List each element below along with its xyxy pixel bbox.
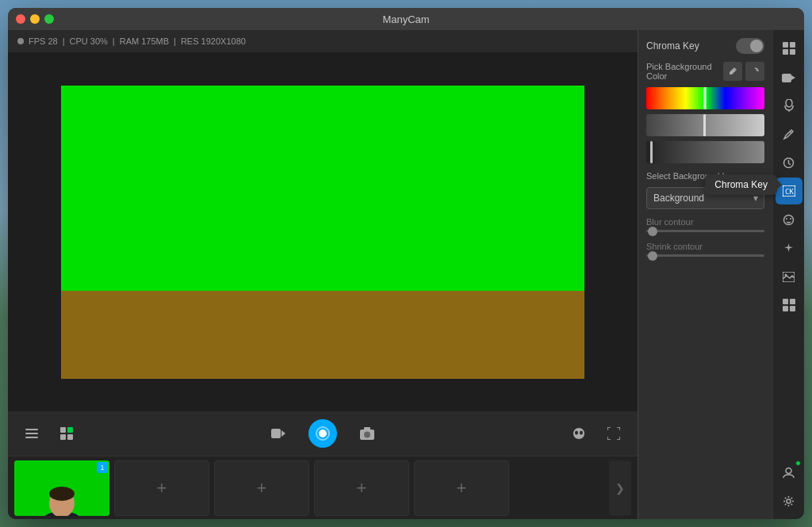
svg-point-36 [580, 431, 583, 435]
chroma-key-label: Chroma Key [646, 40, 699, 52]
chroma-key-section: Chroma Key [646, 38, 764, 54]
video-record-button[interactable] [264, 419, 293, 448]
main-content: FPS 28 | CPU 30% | RAM 175MB | RES 1920X… [8, 30, 804, 519]
toolbar-left [17, 419, 81, 448]
icon-bar-history[interactable] [776, 149, 802, 176]
svg-rect-25 [67, 427, 73, 433]
ram-label: RAM 175MB [120, 36, 169, 46]
color-bar-saturation[interactable] [646, 114, 764, 136]
svg-rect-43 [790, 42, 795, 48]
svg-rect-23 [25, 437, 38, 438]
main-window: ManyCam FPS 28 | CPU 30% | RAM 175MB | R… [8, 8, 804, 519]
video-frame [61, 86, 584, 379]
pick-bg-color-row: Pick Background Color [646, 62, 764, 81]
svg-rect-26 [60, 434, 66, 440]
title-bar: ManyCam [8, 8, 804, 30]
svg-rect-60 [790, 299, 795, 304]
icon-bar-camera[interactable] [776, 63, 802, 90]
svg-point-48 [786, 99, 792, 107]
chroma-key-tooltip: Chroma Key [705, 174, 777, 195]
color-bar-brightness[interactable] [646, 141, 764, 163]
svg-point-64 [787, 499, 791, 503]
svg-line-50 [790, 132, 791, 133]
chroma-settings: Chroma Key Pick Background Color [638, 30, 772, 519]
svg-point-63 [786, 468, 791, 473]
menu-button[interactable] [17, 419, 46, 448]
mask-button[interactable] [565, 419, 593, 448]
desk-surface [61, 291, 584, 379]
svg-rect-42 [783, 42, 788, 48]
svg-rect-27 [67, 434, 73, 440]
video-area: FPS 28 | CPU 30% | RAM 175MB | RES 1920X… [8, 30, 638, 519]
svg-point-55 [786, 218, 787, 220]
eyedropper-button[interactable] [723, 62, 742, 81]
blur-contour-section: Blur contour [646, 217, 764, 232]
separator-3: | [174, 36, 176, 46]
toolbar-right [565, 419, 628, 448]
separator-2: | [113, 36, 115, 46]
icon-bar-draw[interactable] [776, 120, 802, 147]
layers-button[interactable] [52, 419, 81, 448]
svg-rect-34 [364, 427, 370, 430]
fullscreen-button[interactable] [599, 419, 628, 448]
film-add-2[interactable]: + [214, 460, 309, 516]
svg-rect-44 [783, 49, 788, 55]
icon-bar-user[interactable] [776, 459, 802, 486]
green-screen-bg [61, 86, 584, 306]
shrink-contour-section: Shrink contour [646, 242, 764, 257]
svg-rect-21 [25, 429, 38, 430]
icon-bar-audio[interactable] [776, 92, 802, 119]
film-add-3[interactable]: + [314, 460, 409, 516]
minimize-button[interactable] [30, 14, 40, 24]
toolbar [8, 411, 638, 456]
svg-marker-47 [791, 75, 795, 80]
snapshot-button[interactable] [353, 419, 381, 448]
blur-contour-label: Blur contour [646, 217, 764, 227]
blur-contour-thumb[interactable] [648, 227, 657, 236]
svg-rect-59 [783, 299, 788, 304]
status-indicator [17, 38, 24, 44]
icon-bar-effects[interactable] [776, 235, 802, 262]
res-label: RES 1920X1080 [181, 36, 246, 46]
svg-rect-22 [25, 433, 38, 434]
close-button[interactable] [16, 14, 25, 24]
filmstrip-next-button[interactable]: ❯ [609, 460, 631, 516]
svg-point-33 [364, 432, 370, 438]
svg-rect-28 [271, 429, 281, 438]
chroma-key-toggle[interactable] [736, 38, 764, 54]
icon-bar-settings[interactable] [776, 487, 802, 514]
film-badge-1: 1 [97, 462, 108, 473]
reset-color-button[interactable] [745, 62, 764, 81]
svg-rect-45 [790, 49, 795, 55]
stream-button[interactable] [308, 419, 337, 448]
chroma-key-panel: Chroma Key Pick Background Color [638, 30, 772, 519]
svg-text:CK: CK [785, 188, 794, 196]
icon-bar-bottom [776, 459, 802, 514]
svg-rect-62 [790, 306, 795, 311]
shrink-contour-thumb[interactable] [648, 251, 657, 261]
maximize-button[interactable] [44, 14, 54, 24]
chroma-key-row: Chroma Key [646, 38, 764, 54]
blur-contour-track[interactable] [646, 230, 764, 232]
icon-bar-face[interactable] [776, 206, 802, 233]
film-add-1[interactable]: + [114, 460, 209, 516]
film-add-4[interactable]: + [414, 460, 509, 516]
icon-bar-scenes[interactable] [776, 292, 802, 319]
icon-bar: CK [772, 30, 804, 519]
fps-label: FPS 28 [29, 36, 58, 46]
svg-rect-24 [60, 427, 66, 433]
color-bar-hue[interactable] [646, 87, 764, 109]
shrink-contour-label: Shrink contour [646, 242, 764, 251]
icon-bar-layers[interactable] [776, 35, 802, 62]
icon-bar-image[interactable] [776, 263, 802, 290]
shrink-contour-track[interactable] [646, 254, 764, 257]
video-container [8, 52, 638, 411]
svg-rect-46 [782, 74, 791, 82]
traffic-lights [16, 14, 54, 24]
pick-bg-color-label: Pick Background Color [646, 62, 723, 81]
app-title: ManyCam [382, 13, 429, 25]
film-thumb-1[interactable]: 1 [14, 460, 109, 516]
cpu-label: CPU 30% [70, 36, 108, 46]
svg-point-30 [319, 430, 327, 437]
svg-rect-61 [783, 306, 788, 311]
